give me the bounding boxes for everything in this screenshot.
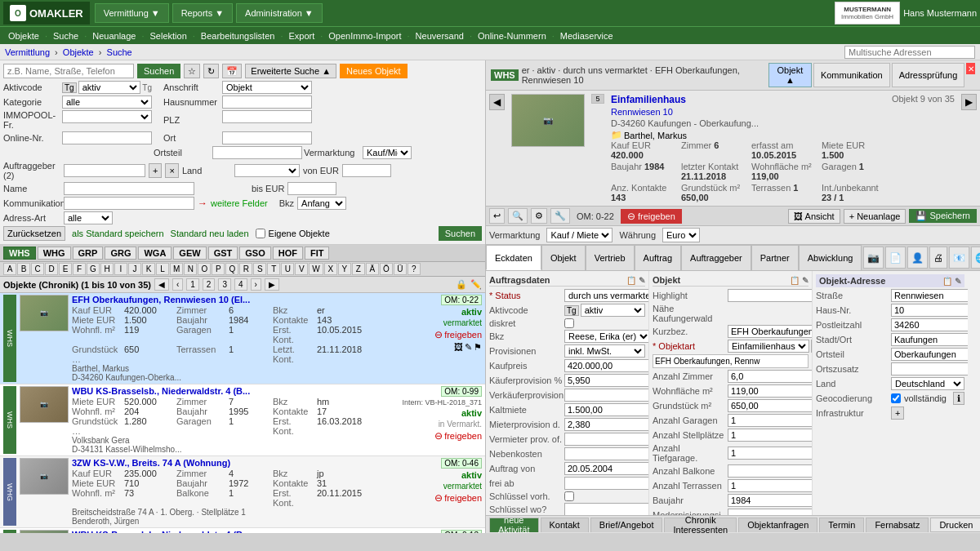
alpha-question[interactable]: ? [408,263,421,275]
bkz-field-select[interactable]: Reese, Erika (er) [564,330,649,343]
toolbar-suche[interactable]: Suche [48,29,83,42]
kommunikation-input[interactable] [64,197,194,210]
modernisierung-input[interactable] [728,509,813,515]
prev-btn[interactable]: ‹ [172,278,183,291]
alpha-X[interactable]: X [324,263,337,275]
close-button[interactable]: ✕ [966,63,975,74]
alpha-H[interactable]: H [100,263,114,275]
toolbar-export[interactable]: Export [283,29,319,42]
obj-title-4[interactable]: WBU KS-Brasselsb., Niederwaldstr. 4 (B..… [72,530,431,533]
anz-tiefgarage-input[interactable] [728,447,813,460]
anz-zimmer-input[interactable] [728,370,813,383]
suchen-green-btn[interactable]: Suchen [439,226,482,241]
weitere-felder-link[interactable]: weitere Felder [211,198,268,208]
anz-balkone-input[interactable] [728,464,813,478]
land-select[interactable] [234,164,300,177]
alpha-I[interactable]: I [114,263,127,275]
alpha-Ae[interactable]: Ä [366,263,379,275]
anz-garagen-input[interactable] [728,414,813,427]
speichern-btn[interactable]: 💾 Speichern [909,209,977,223]
geocodierung-info-btn[interactable]: ℹ [953,392,964,405]
tab-gst[interactable]: GST [208,247,238,260]
alpha-S[interactable]: S [253,263,266,275]
ortsteil-input[interactable] [212,146,302,159]
tab-whs[interactable]: WHS [3,247,36,260]
bkz-select[interactable]: Anfang [297,197,346,210]
immopool-select[interactable] [62,110,152,123]
toolbar-openimmo[interactable]: OpenImmo-Import [323,29,406,42]
img-icon-1[interactable]: 🖼 [454,342,463,353]
kaufpreis-input[interactable] [564,359,649,372]
name-input[interactable] [64,182,194,195]
vermarktung-select[interactable]: Kauf / Miete [546,228,612,242]
grundstueck-detail-input[interactable] [728,399,813,412]
provisionen-select[interactable]: inkl. MwSt. [564,344,645,358]
tool-settings-btn[interactable]: ⚙ [531,208,547,224]
auftraggeber-add-btn[interactable]: + [149,163,162,178]
kaltmiete-input[interactable] [564,403,649,416]
hausnummer-input[interactable] [222,96,312,109]
breadcrumb-suche[interactable]: Suche [107,47,132,57]
auftraggeber-input[interactable] [64,164,145,177]
adress-art-select[interactable]: alle [64,211,113,224]
vermarktung-kauf-select[interactable]: Kauf/Miete [363,146,412,159]
list-item[interactable]: WHS 📷 WBU KS-Brasselsb., Niederwaldstr. … [0,384,485,456]
ort-input[interactable] [222,131,312,144]
anz-terrassen-input[interactable] [728,479,813,492]
schluessel-wo-input[interactable] [564,503,649,515]
strasse-input[interactable] [891,289,968,302]
alpha-R[interactable]: R [239,263,252,275]
bis-eur-input[interactable] [287,182,336,195]
nav-reports[interactable]: Reports ▼ [172,3,233,23]
prev-page-btn[interactable]: ◀ [154,278,169,291]
tab-wga[interactable]: WGA [138,247,172,260]
list-item[interactable]: WHS 📷 WBU KS-Brasselsb., Niederwaldstr. … [0,528,485,533]
ortsz-input[interactable] [891,362,968,375]
mieterprovi-input[interactable] [564,418,649,431]
obj-title-3[interactable]: 3ZW KS-V.W., Breits. 74 A (Wohnung) [72,458,431,468]
nebenkosten-input[interactable] [564,447,649,460]
plz-detail-input[interactable] [891,318,968,331]
bottom-tab-brief[interactable]: Brief/Angebot [590,518,663,532]
wohnfl-detail-input[interactable] [728,384,813,398]
search-input[interactable] [3,64,134,78]
bottom-tab-kontakt[interactable]: Kontakt [541,518,589,532]
alpha-F[interactable]: F [73,263,86,275]
copy-icon-auftrag[interactable]: 📋 ✎ [626,276,645,285]
calendar-button[interactable]: 📅 [222,64,242,78]
land-detail-select[interactable]: Deutschland [891,377,964,390]
aktivcode-field-select[interactable]: aktiv [581,304,645,317]
vermieterprovi-input[interactable] [564,433,649,446]
alpha-P[interactable]: P [212,263,225,275]
tab-gew[interactable]: GEW [173,247,206,260]
alpha-W[interactable]: W [309,263,323,275]
refresh-button[interactable]: ↻ [203,64,219,78]
verkaeuferprovi-input[interactable] [564,389,649,402]
nav-vermittlung[interactable]: Vermittlung ▼ [95,3,169,23]
next-btn[interactable]: › [251,278,261,291]
status-select[interactable]: durch uns vermarktet [564,289,649,302]
alpha-Oe[interactable]: Ö [380,263,393,275]
toolbar-selektion[interactable]: Selektion [145,29,192,42]
plz-input[interactable] [222,110,312,123]
edit-icon-1[interactable]: ✎ [465,342,472,353]
tab-icon-1[interactable]: 📷 [863,247,884,269]
bottom-tab-aktivitaet[interactable]: neue Aktivität [489,518,539,532]
alpha-D[interactable]: D [45,263,58,275]
kurzbez-input[interactable] [728,325,813,338]
diskret-check[interactable] [564,318,574,328]
kommunikation-clear-btn[interactable]: → [198,198,207,209]
von-eur-input[interactable] [342,164,391,177]
anschrift-select[interactable]: Objekt [222,81,312,94]
tab-gso[interactable]: GSO [239,247,270,260]
kategorie-select[interactable]: alle [62,96,152,109]
tab-vertrieb[interactable]: Vertrieb [586,245,635,270]
toolbar-bearbeitungslisten[interactable]: Bearbeitungslisten [196,29,280,42]
alpha-T[interactable]: T [267,263,280,275]
photo-count-badge[interactable]: 5 [591,94,604,104]
tab-whg[interactable]: WHG [38,247,71,260]
erweiterte-suche-button[interactable]: Erweiterte Suche ▲ [245,64,336,78]
ortsteil-detail-input[interactable] [891,348,968,361]
tab-auftraggeber[interactable]: Auftraggeber [681,245,751,270]
page-3[interactable]: 3 [218,278,231,291]
